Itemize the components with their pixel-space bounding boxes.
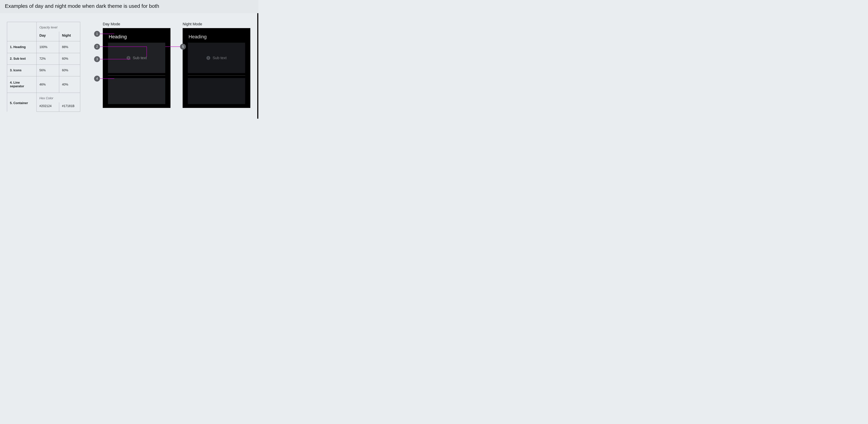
- empty-header: [7, 32, 37, 41]
- night-mode-label: Night Mode: [183, 22, 250, 26]
- connector-line: [100, 78, 114, 79]
- row-night: 60%: [59, 53, 80, 65]
- day-phone: Heading i Sub text: [103, 28, 170, 108]
- preview-region: 1 2 3 4 5 Day Mode Heading i Sub text: [92, 22, 250, 112]
- table-row: 2. Sub text 72% 60%: [7, 53, 80, 65]
- day-container-card: [108, 78, 165, 104]
- row-day: 56%: [37, 65, 59, 76]
- connector-line: [100, 59, 130, 59]
- annotation-badge-2: 2: [94, 44, 100, 50]
- annotation-badge-5: 5: [180, 44, 186, 50]
- row-night: #17181B: [59, 102, 80, 111]
- night-container-card: i Sub text: [188, 43, 245, 73]
- night-line-separator: [188, 75, 245, 76]
- table-row: 3. Icons 56% 60%: [7, 65, 80, 76]
- day-mode-label: Day Mode: [103, 22, 170, 26]
- opacity-table: Opacity level Day Night 1. Heading 100% …: [7, 22, 80, 112]
- info-icon: i: [207, 56, 210, 60]
- connector-line: [147, 46, 147, 57]
- table-row: 1. Heading 100% 88%: [7, 41, 80, 53]
- row-day: 72%: [37, 53, 59, 65]
- night-preview: Night Mode Heading i Sub text: [183, 22, 250, 112]
- night-heading: Heading: [189, 34, 245, 39]
- empty-header: [7, 22, 37, 32]
- table-row: Opacity level: [7, 22, 80, 32]
- row-night: 60%: [59, 65, 80, 76]
- annotation-badge-4: 4: [94, 76, 100, 81]
- table-row: Day Night: [7, 32, 80, 41]
- row-day: 100%: [37, 41, 59, 53]
- content-region: Opacity level Day Night 1. Heading 100% …: [0, 13, 258, 119]
- connector-line: [165, 46, 180, 47]
- day-container-card: i Sub text: [108, 43, 165, 73]
- row-label: 3. Icons: [7, 65, 37, 76]
- row-label: 5. Container: [7, 93, 37, 112]
- night-subtext: Sub text: [213, 56, 227, 60]
- day-preview: Day Mode Heading i Sub text: [103, 22, 170, 112]
- col-day-header: Day: [37, 32, 59, 41]
- table-row: 4. Line separator 46% 40%: [7, 76, 80, 93]
- night-phone: Heading i Sub text: [183, 28, 250, 108]
- row-label: 2. Sub text: [7, 53, 37, 65]
- day-line-separator: [108, 75, 165, 76]
- page-title: Examples of day and night mode when dark…: [0, 0, 258, 13]
- annotation-badge-3: 3: [94, 56, 100, 62]
- row-day: #202124: [37, 102, 59, 111]
- day-subtext: Sub text: [133, 56, 147, 60]
- day-heading: Heading: [109, 34, 165, 39]
- connector-line: [100, 34, 114, 34]
- night-container-card: [188, 78, 245, 104]
- row-label-text: 4. Line separator: [10, 81, 24, 88]
- hex-color-note: Hex Color: [37, 93, 80, 102]
- table-row: 5. Container Hex Color: [7, 93, 80, 102]
- opacity-level-note: Opacity level: [37, 22, 80, 32]
- row-label: 4. Line separator: [7, 76, 37, 93]
- connector-line: [100, 46, 147, 47]
- row-night: 40%: [59, 76, 80, 93]
- row-label: 1. Heading: [7, 41, 37, 53]
- annotation-badge-1: 1: [94, 31, 100, 37]
- row-night: 88%: [59, 41, 80, 53]
- row-day: 46%: [37, 76, 59, 93]
- col-night-header: Night: [59, 32, 80, 41]
